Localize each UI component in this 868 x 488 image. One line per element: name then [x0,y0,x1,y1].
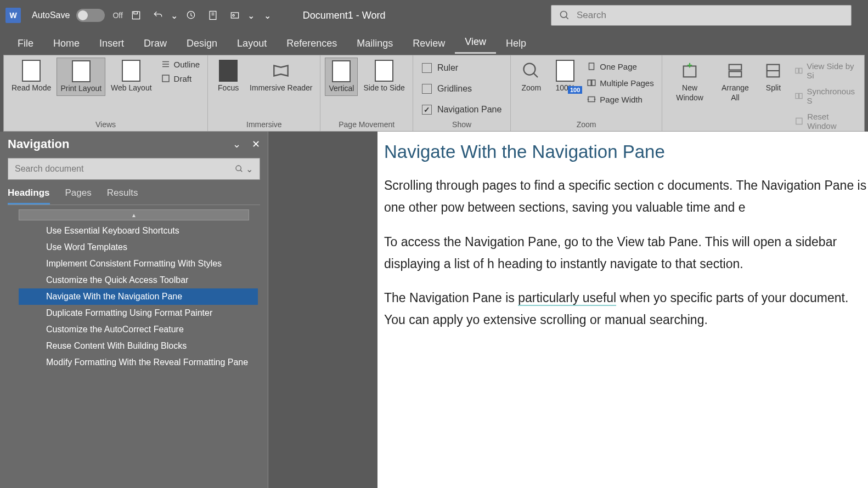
document-heading: Navigate With the Navigation Pane [377,141,868,162]
nav-heading-item[interactable]: Use Word Templates [19,239,258,256]
draft-button[interactable]: Draft [157,72,204,85]
navigation-pane-checkbox[interactable]: Navigation Pane [418,101,506,118]
nav-heading-item[interactable]: Duplicate Formatting Using Format Painte… [19,305,258,321]
nav-heading-item[interactable]: Use Essential Keyboard Shortcuts [19,223,258,239]
view-side-icon [794,66,803,76]
search-icon [235,164,244,173]
redo-button[interactable] [182,7,200,24]
tab-insert[interactable]: Insert [89,33,134,54]
tab-design[interactable]: Design [177,33,227,54]
document-area[interactable]: Navigate With the Navigation Pane Scroll… [377,132,868,488]
outline-button[interactable]: Outline [157,58,204,71]
focus-icon [217,60,239,82]
ruler-checkbox[interactable]: Ruler [418,60,506,76]
nav-tab-pages[interactable]: Pages [65,188,92,205]
nav-tab-headings[interactable]: Headings [8,188,50,205]
tab-file[interactable]: File [8,33,43,54]
new-window-button[interactable]: New Window [667,58,713,105]
nav-tab-results[interactable]: Results [107,188,138,205]
nav-heading-item[interactable]: Reuse Content With Building Blocks [19,338,258,354]
svg-line-32 [240,170,242,172]
one-page-icon [587,61,596,71]
nav-search-box[interactable]: ⌄ [8,158,260,180]
tab-home[interactable]: Home [43,33,89,54]
nav-heading-item[interactable]: Navigate With the Navigation Pane [19,288,258,305]
svg-rect-23 [729,71,742,77]
nav-collapse-button[interactable]: ▲ [19,209,249,220]
grammar-underline[interactable]: particularly useful [518,291,616,306]
side-to-side-button[interactable]: Side to Side [360,58,408,95]
autosave-toggle[interactable] [76,9,105,22]
qat-customize[interactable]: ⌄ [259,7,277,24]
nav-heading-item[interactable]: Customize the AutoCorrect Feature [19,321,258,338]
one-page-button[interactable]: One Page [583,60,657,73]
undo-button[interactable] [149,7,167,24]
tab-review[interactable]: Review [403,33,455,54]
svg-rect-19 [684,66,696,77]
synchronous-scrolling-button: Synchronous S [791,85,860,107]
multiple-pages-icon [587,78,596,88]
nav-close-icon[interactable]: ✕ [252,138,260,150]
ribbon: Read Mode Print Layout Web Layout Outlin… [3,55,865,132]
immersive-reader-button[interactable]: Immersive Reader [246,58,315,95]
immersive-reader-icon [270,60,292,82]
svg-point-31 [236,166,241,171]
qat-button-2[interactable] [226,7,244,24]
side-to-side-icon [373,60,395,82]
web-layout-button[interactable]: Web Layout [108,58,155,95]
svg-rect-10 [162,75,169,82]
tab-mailings[interactable]: Mailings [347,33,403,54]
page-width-button[interactable]: Page Width [583,93,657,106]
arrange-all-button[interactable]: Arrange All [715,58,755,105]
navigation-pane: Navigation ⌄ ✕ ⌄ Headings Pages Results … [0,132,268,488]
focus-button[interactable]: Focus [212,58,244,95]
nav-heading-item[interactable]: Implement Consistent Formatting With Sty… [19,256,258,272]
search-box[interactable] [551,5,852,26]
svg-rect-28 [796,93,798,98]
nav-search-dropdown[interactable]: ⌄ [246,164,253,174]
vertical-icon [330,60,352,82]
save-button[interactable] [127,7,145,24]
search-input[interactable] [577,10,843,21]
print-layout-icon [70,60,92,82]
nav-search-input[interactable] [15,164,235,174]
print-layout-button[interactable]: Print Layout [57,58,105,96]
nav-dropdown-icon[interactable]: ⌄ [233,138,241,150]
zoom-button[interactable]: Zoom [515,58,547,95]
tab-layout[interactable]: Layout [227,33,277,54]
ribbon-group-zoom: Zoom 100 100% One Page Multiple Pages Pa… [511,55,662,131]
multiple-pages-button[interactable]: Multiple Pages [583,76,657,89]
word-app-icon: W [5,8,21,23]
qat-button-1[interactable] [204,7,222,24]
read-mode-icon [20,60,42,82]
read-mode-button[interactable]: Read Mode [8,58,54,95]
synchronous-icon [794,91,803,101]
svg-rect-15 [592,80,595,86]
tab-help[interactable]: Help [496,33,536,54]
vertical-button[interactable]: Vertical [325,58,358,96]
document-title: Document1 - Word [303,10,386,21]
svg-rect-27 [799,68,802,73]
gridlines-checkbox[interactable]: Gridlines [418,81,506,97]
tab-draw[interactable]: Draw [134,33,177,54]
ribbon-group-views: Read Mode Print Layout Web Layout Outlin… [4,55,208,131]
reset-window-icon [794,116,804,126]
zoom-100-button[interactable]: 100 100% [549,58,581,95]
tab-references[interactable]: References [277,33,347,54]
svg-point-4 [233,14,234,16]
split-button[interactable]: Split [757,58,789,95]
undo-dropdown[interactable]: ⌄ [171,7,178,24]
nav-heading-item[interactable]: Modify Formatting With the Reveal Format… [19,354,258,371]
svg-rect-16 [588,97,595,102]
view-side-by-side-button: View Side by Si [791,60,860,82]
nav-heading-item[interactable]: Customize the Quick Access Toolbar [19,272,258,288]
new-window-icon [679,60,701,82]
outline-icon [161,59,171,69]
tab-view[interactable]: View [455,32,496,54]
svg-rect-26 [796,68,798,73]
document-paragraph: Scrolling through pages to find a specif… [377,174,868,219]
draft-icon [161,73,171,83]
ribbon-group-page-movement: Vertical Side to Side Page Movement [320,55,413,131]
svg-point-11 [524,64,536,75]
qat-dropdown-1[interactable]: ⌄ [248,7,255,24]
